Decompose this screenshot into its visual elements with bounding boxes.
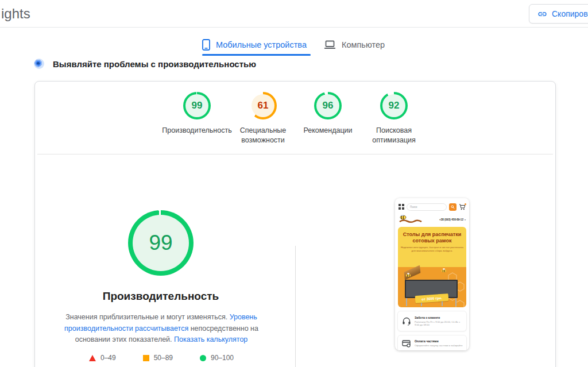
table-leg [455, 298, 457, 306]
accessibility-gauge: 61 [249, 92, 277, 119]
feature-payment-text: Оформляйте покупку частями и забирайте [415, 344, 464, 347]
performance-note: Значения приблизительные и могут изменят… [49, 312, 274, 346]
vertical-divider [295, 246, 296, 367]
price-text: от 3600 грн. [421, 296, 442, 301]
seo-gauge: 92 [380, 92, 408, 119]
feature-card-payment: Оплата частями Оформляйте покупку частям… [397, 335, 467, 350]
preview-phone-number: +38 (093) 458-89-12 ▾ [439, 218, 466, 221]
legend-medium-range: 50–89 [154, 354, 173, 362]
feature-support-text: Работаем Пн-Пт с 9:00 до 20:00, Сб-Вс с … [415, 320, 464, 327]
accessibility-label: Специальные возможности [226, 126, 300, 145]
tab-mobile-label: Мобильные устройства [216, 40, 307, 49]
headphones-icon [402, 316, 411, 326]
insight-gauge-icon [34, 59, 44, 69]
link-icon [537, 9, 547, 19]
cart-icon [459, 204, 466, 210]
store-logo [399, 215, 423, 224]
cart-badge [465, 203, 467, 206]
legend-low-range: 0–49 [100, 354, 116, 362]
smartphone-icon [202, 39, 210, 51]
legend-high-range: 90–100 [211, 354, 234, 362]
seo-label: Поисковая оптимизация [357, 126, 431, 145]
laptop-icon [324, 40, 336, 49]
preview-topbar: Поиск [395, 201, 469, 213]
preview-logo-row: +38 (093) 458-89-12 ▾ [395, 214, 469, 225]
main-performance-score: 99 [149, 231, 172, 255]
best-practices-gauge: 96 [314, 92, 342, 119]
best-practices-score: 96 [323, 100, 334, 111]
score-seo[interactable]: 92 Поисковая оптимизация [357, 92, 431, 145]
banner-top: Столы для распечатки сотовых рамок Надеж… [398, 227, 466, 267]
table-leg [406, 298, 407, 306]
performance-label: Производительность [162, 126, 231, 136]
preview-search-input: Поиск [407, 203, 447, 211]
performance-section-title: Производительность [75, 290, 247, 303]
best-practices-label: Рекомендации [303, 126, 352, 136]
tab-desktop[interactable]: Компьютер [324, 36, 385, 54]
performance-score: 99 [192, 100, 203, 111]
chevron-down-icon: ▾ [465, 218, 466, 221]
banner-image: от 3600 грн. [398, 267, 466, 307]
banner-subtitle: Надежная конструкция, быстрая и чистая р… [401, 246, 463, 253]
phone-text: +38 (093) 458-89-12 [439, 218, 463, 221]
section-heading: Выявляйте проблемы с производительностью [53, 59, 256, 69]
tab-desktop-label: Компьютер [342, 40, 385, 49]
red-triangle-icon [89, 355, 96, 361]
page-title: ights [1, 6, 30, 22]
calculator-link[interactable]: Показать калькулятор [174, 335, 247, 343]
tab-mobile-devices[interactable]: Мобильные устройства [202, 36, 307, 54]
green-circle-icon [200, 355, 206, 361]
page-screenshot-preview: Поиск +38 (093) 458-89-12 ▾ Столы для ра… [395, 198, 469, 350]
accessibility-score: 61 [258, 100, 269, 111]
feature-payment-title: Оплата частями [415, 339, 464, 343]
preview-hero-banner: Столы для распечатки сотовых рамок Надеж… [398, 227, 466, 307]
score-best-practices[interactable]: 96 Рекомендации [291, 92, 365, 136]
copy-link-label: Скопировать ссылку [552, 9, 588, 18]
menu-grid-icon [399, 204, 404, 210]
orange-square-icon [143, 355, 149, 361]
bee-icon [442, 269, 446, 272]
feature-card-support: Забота о клиенте Работаем Пн-Пт с 9:00 д… [397, 311, 467, 331]
performance-gauge: 99 [183, 92, 211, 119]
score-legend: 0–49 50–89 90–100 [89, 354, 234, 362]
main-performance-gauge: 99 [128, 210, 194, 276]
legend-item-high: 90–100 [200, 354, 234, 362]
wallet-icon [402, 339, 411, 347]
banner-title: Столы для распечатки сотовых рамок [398, 231, 466, 244]
note-text-1: Значения приблизительные и могут изменят… [65, 313, 229, 321]
preview-search-placeholder: Поиск [410, 206, 417, 208]
header-divider [0, 27, 588, 28]
bee-icon [406, 274, 411, 277]
legend-item-low: 0–49 [89, 354, 116, 362]
legend-item-medium: 50–89 [143, 354, 173, 362]
active-tab-underline [202, 54, 311, 56]
score-accessibility[interactable]: 61 Специальные возможности [226, 92, 300, 145]
preview-search-button [449, 203, 457, 211]
score-performance[interactable]: 99 Производительность [160, 92, 234, 136]
scores-divider [37, 154, 553, 154]
copy-link-button[interactable]: Скопировать ссылку [529, 4, 588, 24]
seo-score: 92 [389, 100, 400, 111]
feature-support-title: Забота о клиенте [415, 316, 464, 319]
